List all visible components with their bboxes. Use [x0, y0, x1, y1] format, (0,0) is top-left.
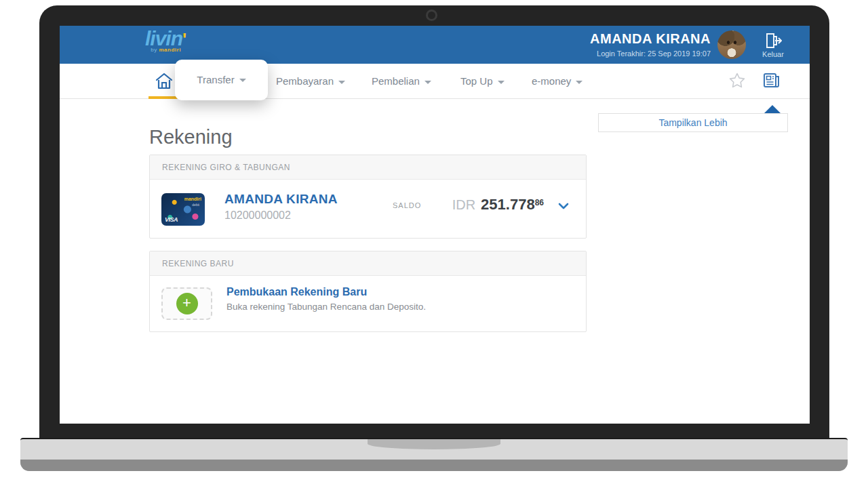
- saldo-value: IDR251.77886: [452, 196, 544, 214]
- last-login: Login Terakhir: 25 Sep 2019 19:07: [590, 49, 711, 58]
- account-name: AMANDA KIRANA: [224, 192, 338, 207]
- card-sub-label: debit: [192, 203, 199, 207]
- saldo-currency: IDR: [452, 197, 475, 212]
- accounts-card: REKENING GIRO & TABUNGAN mandiri debit V…: [149, 155, 587, 239]
- chevron-down-icon: [576, 81, 583, 84]
- logo-apostrophe: ': [182, 29, 186, 49]
- saldo-label: SALDO: [393, 201, 421, 209]
- saldo-cents: 86: [535, 198, 544, 207]
- plus-icon: +: [176, 293, 198, 314]
- chevron-down-icon: [338, 81, 345, 84]
- new-account-title-link[interactable]: Pembukaan Rekening Baru: [226, 286, 367, 298]
- nav-label-emoney: e-money: [532, 75, 571, 87]
- webcam: [426, 9, 437, 21]
- news-icon[interactable]: [762, 72, 780, 89]
- nav-item-transfer[interactable]: Transfer: [175, 60, 268, 100]
- visa-logo: VISA: [165, 216, 178, 223]
- logout-label: Keluar: [760, 50, 787, 58]
- nav-item-pembelian[interactable]: Pembelian: [372, 64, 431, 99]
- page-title: Rekening: [149, 126, 233, 148]
- active-tab-underline: [149, 96, 178, 99]
- nav-item-home[interactable]: [155, 72, 174, 91]
- laptop-base: [20, 438, 848, 471]
- livin-logo: livin' by mandiri: [145, 28, 186, 53]
- saldo-amount: 251.778: [481, 196, 535, 213]
- chevron-down-icon: [425, 81, 431, 84]
- logo-byline: by mandiri: [145, 47, 186, 53]
- logout-button[interactable]: Keluar: [760, 33, 787, 58]
- debit-card-image: mandiri debit VISA: [161, 193, 205, 226]
- user-block: AMANDA KIRANA Login Terakhir: 25 Sep 201…: [590, 31, 711, 58]
- expand-account-chevron-icon[interactable]: [557, 200, 570, 212]
- nav-item-emoney[interactable]: e-money: [532, 64, 583, 99]
- laptop-base-notch: [368, 439, 500, 449]
- nav-label-transfer: Transfer: [197, 74, 234, 85]
- screen: livin' by mandiri AMANDA KIRANA Login Te…: [60, 26, 810, 424]
- show-more-label: Tampilkan Lebih: [658, 117, 727, 128]
- card-brand-label: mandiri: [184, 197, 201, 201]
- new-account-subtitle: Buka rekening Tabungan Rencana dan Depos…: [226, 302, 426, 312]
- nav-bar: Transfer Pembayaran Pembelian Top Up e-m…: [60, 64, 810, 99]
- pointer-up-triangle: [764, 105, 781, 113]
- add-account-button[interactable]: +: [161, 287, 212, 320]
- accounts-card-header: REKENING GIRO & TABUNGAN: [150, 155, 586, 180]
- account-number: 10200000002: [224, 209, 291, 222]
- logout-icon: [760, 33, 787, 49]
- favorites-star-icon[interactable]: [728, 72, 746, 89]
- nav-item-topup[interactable]: Top Up: [460, 64, 505, 99]
- nav-label-pembelian: Pembelian: [372, 75, 420, 87]
- nav-item-pembayaran[interactable]: Pembayaran: [276, 64, 345, 99]
- home-icon: [155, 72, 174, 91]
- chevron-down-icon: [498, 81, 505, 84]
- new-account-card-header: REKENING BARU: [150, 251, 586, 276]
- nav-label-topup: Top Up: [460, 75, 493, 87]
- nav-label-pembayaran: Pembayaran: [276, 75, 334, 87]
- chevron-down-icon: [239, 79, 246, 82]
- avatar[interactable]: [717, 30, 746, 59]
- user-name: AMANDA KIRANA: [590, 31, 711, 47]
- laptop-base-strip: [20, 460, 848, 471]
- show-more-button[interactable]: Tampilkan Lebih: [598, 113, 788, 132]
- new-account-card: REKENING BARU + Pembukaan Rekening Baru …: [149, 251, 587, 332]
- app-header: livin' by mandiri AMANDA KIRANA Login Te…: [60, 26, 810, 64]
